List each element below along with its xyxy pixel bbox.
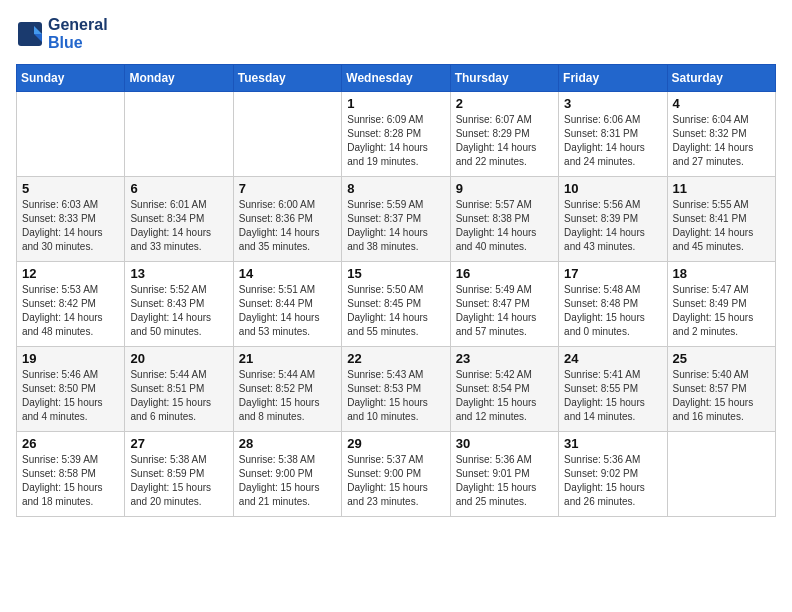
day-info: Sunrise: 6:04 AM Sunset: 8:32 PM Dayligh… [673,113,770,169]
calendar-cell: 25Sunrise: 5:40 AM Sunset: 8:57 PM Dayli… [667,347,775,432]
calendar-cell: 4Sunrise: 6:04 AM Sunset: 8:32 PM Daylig… [667,92,775,177]
calendar-cell: 27Sunrise: 5:38 AM Sunset: 8:59 PM Dayli… [125,432,233,517]
calendar-cell [17,92,125,177]
calendar-table: SundayMondayTuesdayWednesdayThursdayFrid… [16,64,776,517]
calendar-cell: 10Sunrise: 5:56 AM Sunset: 8:39 PM Dayli… [559,177,667,262]
header-sunday: Sunday [17,65,125,92]
day-number: 7 [239,181,336,196]
day-number: 6 [130,181,227,196]
day-info: Sunrise: 5:37 AM Sunset: 9:00 PM Dayligh… [347,453,444,509]
day-info: Sunrise: 6:01 AM Sunset: 8:34 PM Dayligh… [130,198,227,254]
day-info: Sunrise: 5:49 AM Sunset: 8:47 PM Dayligh… [456,283,553,339]
calendar-week-row: 26Sunrise: 5:39 AM Sunset: 8:58 PM Dayli… [17,432,776,517]
day-info: Sunrise: 5:50 AM Sunset: 8:45 PM Dayligh… [347,283,444,339]
day-number: 14 [239,266,336,281]
day-info: Sunrise: 5:36 AM Sunset: 9:01 PM Dayligh… [456,453,553,509]
calendar-cell: 12Sunrise: 5:53 AM Sunset: 8:42 PM Dayli… [17,262,125,347]
day-info: Sunrise: 5:39 AM Sunset: 8:58 PM Dayligh… [22,453,119,509]
calendar-cell: 16Sunrise: 5:49 AM Sunset: 8:47 PM Dayli… [450,262,558,347]
day-number: 23 [456,351,553,366]
calendar-cell: 2Sunrise: 6:07 AM Sunset: 8:29 PM Daylig… [450,92,558,177]
page-header: General Blue [16,16,776,52]
day-info: Sunrise: 5:44 AM Sunset: 8:52 PM Dayligh… [239,368,336,424]
header-saturday: Saturday [667,65,775,92]
day-info: Sunrise: 5:56 AM Sunset: 8:39 PM Dayligh… [564,198,661,254]
calendar-cell: 18Sunrise: 5:47 AM Sunset: 8:49 PM Dayli… [667,262,775,347]
day-number: 22 [347,351,444,366]
calendar-week-row: 1Sunrise: 6:09 AM Sunset: 8:28 PM Daylig… [17,92,776,177]
calendar-cell: 6Sunrise: 6:01 AM Sunset: 8:34 PM Daylig… [125,177,233,262]
day-info: Sunrise: 5:47 AM Sunset: 8:49 PM Dayligh… [673,283,770,339]
day-info: Sunrise: 5:46 AM Sunset: 8:50 PM Dayligh… [22,368,119,424]
day-info: Sunrise: 5:52 AM Sunset: 8:43 PM Dayligh… [130,283,227,339]
day-number: 25 [673,351,770,366]
day-info: Sunrise: 5:59 AM Sunset: 8:37 PM Dayligh… [347,198,444,254]
day-info: Sunrise: 5:38 AM Sunset: 9:00 PM Dayligh… [239,453,336,509]
logo: General Blue [16,16,108,52]
calendar-cell: 26Sunrise: 5:39 AM Sunset: 8:58 PM Dayli… [17,432,125,517]
header-wednesday: Wednesday [342,65,450,92]
day-number: 5 [22,181,119,196]
day-info: Sunrise: 5:38 AM Sunset: 8:59 PM Dayligh… [130,453,227,509]
day-number: 24 [564,351,661,366]
day-number: 9 [456,181,553,196]
calendar-cell: 8Sunrise: 5:59 AM Sunset: 8:37 PM Daylig… [342,177,450,262]
day-info: Sunrise: 5:55 AM Sunset: 8:41 PM Dayligh… [673,198,770,254]
day-info: Sunrise: 5:40 AM Sunset: 8:57 PM Dayligh… [673,368,770,424]
calendar-cell: 23Sunrise: 5:42 AM Sunset: 8:54 PM Dayli… [450,347,558,432]
calendar-cell: 17Sunrise: 5:48 AM Sunset: 8:48 PM Dayli… [559,262,667,347]
calendar-cell: 7Sunrise: 6:00 AM Sunset: 8:36 PM Daylig… [233,177,341,262]
day-info: Sunrise: 6:00 AM Sunset: 8:36 PM Dayligh… [239,198,336,254]
calendar-cell [233,92,341,177]
calendar-cell: 21Sunrise: 5:44 AM Sunset: 8:52 PM Dayli… [233,347,341,432]
calendar-cell [667,432,775,517]
calendar-cell: 22Sunrise: 5:43 AM Sunset: 8:53 PM Dayli… [342,347,450,432]
day-number: 31 [564,436,661,451]
calendar-cell: 28Sunrise: 5:38 AM Sunset: 9:00 PM Dayli… [233,432,341,517]
header-friday: Friday [559,65,667,92]
calendar-week-row: 19Sunrise: 5:46 AM Sunset: 8:50 PM Dayli… [17,347,776,432]
header-thursday: Thursday [450,65,558,92]
calendar-week-row: 5Sunrise: 6:03 AM Sunset: 8:33 PM Daylig… [17,177,776,262]
day-number: 20 [130,351,227,366]
calendar-cell: 15Sunrise: 5:50 AM Sunset: 8:45 PM Dayli… [342,262,450,347]
day-number: 19 [22,351,119,366]
day-info: Sunrise: 5:41 AM Sunset: 8:55 PM Dayligh… [564,368,661,424]
day-info: Sunrise: 5:57 AM Sunset: 8:38 PM Dayligh… [456,198,553,254]
logo-icon [16,20,44,48]
calendar-cell: 3Sunrise: 6:06 AM Sunset: 8:31 PM Daylig… [559,92,667,177]
day-info: Sunrise: 5:36 AM Sunset: 9:02 PM Dayligh… [564,453,661,509]
calendar-week-row: 12Sunrise: 5:53 AM Sunset: 8:42 PM Dayli… [17,262,776,347]
day-number: 11 [673,181,770,196]
day-number: 13 [130,266,227,281]
day-number: 15 [347,266,444,281]
calendar-cell: 1Sunrise: 6:09 AM Sunset: 8:28 PM Daylig… [342,92,450,177]
logo-text: General Blue [48,16,108,52]
day-info: Sunrise: 6:06 AM Sunset: 8:31 PM Dayligh… [564,113,661,169]
calendar-header-row: SundayMondayTuesdayWednesdayThursdayFrid… [17,65,776,92]
calendar-cell: 31Sunrise: 5:36 AM Sunset: 9:02 PM Dayli… [559,432,667,517]
day-number: 8 [347,181,444,196]
day-number: 29 [347,436,444,451]
day-number: 30 [456,436,553,451]
day-number: 21 [239,351,336,366]
day-number: 26 [22,436,119,451]
calendar-cell: 19Sunrise: 5:46 AM Sunset: 8:50 PM Dayli… [17,347,125,432]
day-info: Sunrise: 5:43 AM Sunset: 8:53 PM Dayligh… [347,368,444,424]
day-number: 3 [564,96,661,111]
header-monday: Monday [125,65,233,92]
calendar-cell [125,92,233,177]
day-info: Sunrise: 6:09 AM Sunset: 8:28 PM Dayligh… [347,113,444,169]
day-info: Sunrise: 5:42 AM Sunset: 8:54 PM Dayligh… [456,368,553,424]
day-info: Sunrise: 6:03 AM Sunset: 8:33 PM Dayligh… [22,198,119,254]
day-number: 12 [22,266,119,281]
day-number: 27 [130,436,227,451]
day-info: Sunrise: 5:44 AM Sunset: 8:51 PM Dayligh… [130,368,227,424]
day-number: 28 [239,436,336,451]
day-info: Sunrise: 5:53 AM Sunset: 8:42 PM Dayligh… [22,283,119,339]
day-info: Sunrise: 5:48 AM Sunset: 8:48 PM Dayligh… [564,283,661,339]
calendar-cell: 14Sunrise: 5:51 AM Sunset: 8:44 PM Dayli… [233,262,341,347]
day-number: 1 [347,96,444,111]
calendar-cell: 29Sunrise: 5:37 AM Sunset: 9:00 PM Dayli… [342,432,450,517]
day-number: 4 [673,96,770,111]
